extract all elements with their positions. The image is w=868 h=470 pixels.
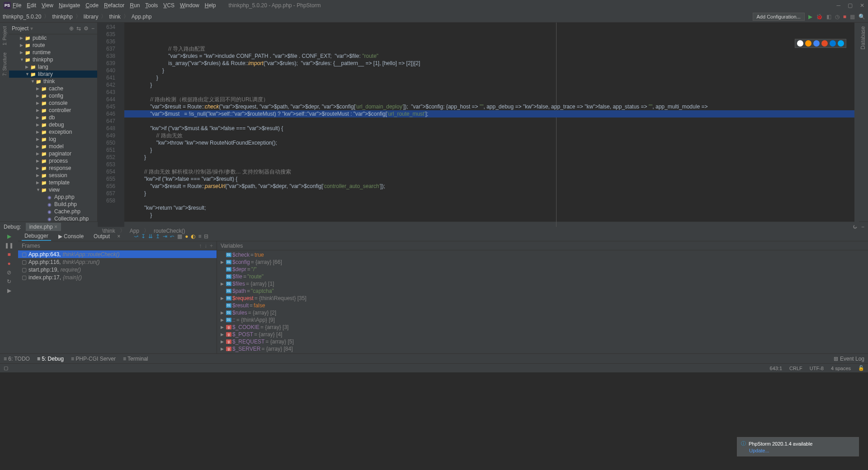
hide-icon[interactable]: − [91, 25, 94, 32]
menu-tools[interactable]: Tools [145, 2, 158, 9]
variable-row[interactable]: 01 $depr = "/" [217, 266, 868, 273]
tab-console[interactable]: ▶ Console [56, 232, 86, 240]
tree-item[interactable]: ▶📁route [9, 42, 97, 49]
code-line[interactable]: "var">$result = Route::check("var">$requ… [124, 103, 854, 110]
fold-gutter[interactable] [118, 23, 124, 227]
stack-frame[interactable]: ▢ App.php:116, think\App::run() [18, 258, 217, 266]
step-over-icon[interactable]: ⤻ [134, 233, 138, 240]
code-line[interactable]: } [124, 146, 854, 154]
code-line[interactable] [124, 118, 854, 125]
collapse-all-icon[interactable]: ⇆ [76, 25, 81, 32]
profile-icon[interactable]: ◷ [835, 14, 840, 20]
file-encoding[interactable]: UTF-8 [810, 366, 824, 371]
safari-icon[interactable] [813, 40, 820, 47]
tree-item[interactable]: ▶📁db [9, 114, 97, 121]
code-content[interactable]: // 导入路由配置 "var">$rules = "kw">include CO… [124, 23, 854, 227]
opera-icon[interactable] [821, 40, 828, 47]
tree-item[interactable]: ◉Collection.php [9, 215, 97, 221]
code-line[interactable]: "kw">return "var">$result; [124, 204, 854, 212]
tab-debugger[interactable]: Debugger [22, 232, 51, 241]
crumb[interactable]: App.php [132, 14, 152, 20]
tree-item[interactable]: ▶📁template [9, 179, 97, 186]
variable-row[interactable]: 01 $check = true [217, 251, 868, 258]
tree-item[interactable]: ▶📁process [9, 157, 97, 164]
breadcrumb[interactable]: thinkphp_5.0.20〉thinkphp〉library〉think〉A… [3, 13, 152, 20]
debugger-subtabs[interactable]: Debugger ▶ Console Output × ⤻ ↧ ⇊ ↥ ⇥ ⤺ … [18, 231, 868, 241]
frame-add-icon[interactable]: + [210, 243, 213, 249]
menu-code[interactable]: Code [85, 2, 99, 9]
crumb[interactable]: think [109, 14, 120, 20]
mute-breakpoints-icon[interactable]: ⊘ [7, 269, 11, 276]
coverage-icon[interactable]: ◧ [826, 14, 831, 20]
step-into-icon[interactable]: ↧ [141, 233, 146, 240]
menu-edit[interactable]: Edit [27, 2, 36, 9]
bottom-tab[interactable]: ≡ 6: TODO [4, 356, 30, 362]
caret-position[interactable]: 643:1 [770, 366, 783, 371]
run-to-cursor-icon[interactable]: ⇥ [163, 233, 167, 240]
event-log-button[interactable]: ⊞ Event Log [834, 356, 864, 362]
status-icon[interactable]: ▢ [4, 365, 8, 371]
line-separator[interactable]: CRLF [789, 366, 802, 371]
indent-info[interactable]: 4 spaces [831, 366, 851, 371]
lock-icon[interactable]: 🔓 [858, 365, 864, 371]
menu-refactor[interactable]: Refactor [104, 2, 124, 9]
code-line[interactable]: // 路由无效 解析模块/控制器/操作/参数... 支持控制器自动搜索 [124, 168, 854, 175]
debug-icon[interactable]: 🐞 [816, 14, 823, 20]
window-controls[interactable]: ─ ▢ ✕ [836, 2, 864, 9]
variable-row[interactable]: ▶01 $files = {array} [1] [217, 280, 868, 287]
tree-item[interactable]: ▶📁model [9, 143, 97, 150]
tab-output[interactable]: Output [91, 232, 113, 240]
firefox-icon[interactable] [805, 40, 811, 47]
code-line[interactable]: is_array("var">$rules) && Route::import(… [124, 60, 854, 67]
tree-item[interactable]: ▼📁thinkphp [9, 56, 97, 63]
tree-item[interactable]: ▶📁config [9, 92, 97, 99]
update-notification[interactable]: ⓘPhpStorm 2020.1.4 available Update... [737, 437, 859, 456]
code-line[interactable] [124, 219, 854, 226]
code-line[interactable]: // 路由无效 [124, 132, 854, 139]
force-step-into-icon[interactable]: ⇊ [148, 233, 153, 240]
variable-row[interactable]: ▶01 $config = {array} [66] [217, 258, 868, 266]
tool-list-icon[interactable]: ≡ [198, 233, 201, 240]
frame-down-icon[interactable]: ↓ [204, 243, 207, 249]
minimize-icon[interactable]: ─ [836, 2, 840, 9]
close-icon[interactable]: ✕ [860, 2, 864, 9]
layout-icon[interactable]: ▶ [7, 287, 11, 294]
code-line[interactable]: // 路由检测（根据路由定义返回不同的URL调度） [124, 96, 854, 103]
menu-navigate[interactable]: Navigate [59, 2, 80, 9]
pause-icon[interactable]: ❚❚ [5, 242, 14, 249]
menu-vcs[interactable]: VCS [163, 2, 175, 9]
tool2-icon[interactable]: ◐ [191, 233, 195, 240]
variable-row[interactable]: 01 $result = false [217, 302, 868, 309]
maximize-icon[interactable]: ▢ [848, 2, 853, 9]
tree-item[interactable]: ▶📁log [9, 136, 97, 143]
variable-row[interactable]: ▶g $_SERVER = {array} [84] [217, 345, 868, 352]
tool3-icon[interactable]: ⊟ [204, 233, 208, 240]
tree-item[interactable]: ▼📁view [9, 186, 97, 193]
tree-item[interactable]: ▶📁session [9, 172, 97, 179]
main-menu[interactable]: FileEditViewNavigateCodeRefactorRunTools… [13, 2, 216, 9]
variable-row[interactable]: ▶01 $rules = {array} [2] [217, 309, 868, 316]
resume-icon[interactable]: ▶ [7, 233, 11, 240]
code-line[interactable]: "kw">if ("var">$must && "kw">false === "… [124, 125, 854, 132]
crumb[interactable]: thinkphp [52, 14, 72, 20]
rerun-icon[interactable]: ↻ [7, 278, 11, 285]
left-tool-strip[interactable]: 1: Project 7: Structure [0, 23, 9, 221]
variable-row[interactable]: 01 $path = "captcha" [217, 287, 868, 295]
crumb[interactable]: library [84, 14, 99, 20]
frame-up-icon[interactable]: ↑ [199, 243, 202, 249]
code-line[interactable] [124, 197, 854, 204]
update-link[interactable]: Update... [749, 448, 855, 453]
variable-row[interactable]: ▶01 $request = {think\Request} [35] [217, 295, 868, 302]
stack-frame[interactable]: ▢ index.php:17, {main}() [18, 273, 217, 281]
stop-debug-icon[interactable]: ■ [7, 251, 10, 258]
tree-item[interactable]: ▶📁exception [9, 128, 97, 136]
code-line[interactable]: } [124, 74, 854, 81]
variable-row[interactable]: ▶01 :: = {think\App} [9] [217, 316, 868, 324]
stop-icon[interactable]: ■ [843, 14, 846, 20]
tree-item[interactable]: ▼📁think [9, 78, 97, 85]
edge-icon[interactable] [838, 40, 844, 47]
drop-frame-icon[interactable]: ⤺ [170, 233, 175, 240]
tree-item[interactable]: ▼📁library [9, 70, 97, 78]
eval-expr-icon[interactable]: ▦ [177, 233, 182, 240]
scroll-from-source-icon[interactable]: ⊕ [69, 25, 74, 32]
